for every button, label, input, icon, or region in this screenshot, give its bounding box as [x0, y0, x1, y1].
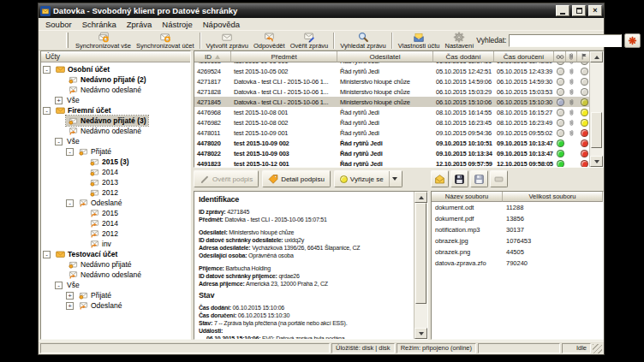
expander-icon[interactable]: - — [43, 251, 51, 258]
tree-item[interactable]: 2013 — [41, 177, 190, 187]
column-header-sender[interactable]: Odesílatel — [337, 51, 433, 62]
tree-item[interactable]: - Firemní účet — [41, 105, 190, 116]
message-status-dropdown[interactable]: Vyřizuje se — [334, 170, 402, 187]
toolbar-handle[interactable] — [66, 33, 69, 48]
search-input[interactable] — [509, 34, 622, 47]
messages-table: ID Předmět Odesílatel Čas dodání Čas dor… — [194, 50, 604, 168]
scrollbar-track[interactable] — [590, 62, 603, 156]
attachment-tool-button[interactable] — [470, 170, 488, 187]
attachment-tool-button[interactable] — [490, 170, 508, 187]
message-row[interactable]: 4491823 test 2015-10-12 001 Řád rytířů J… — [194, 158, 589, 167]
scrollbar-thumb[interactable] — [415, 203, 426, 304]
column-header-flag[interactable] — [577, 51, 589, 62]
toolbar-button[interactable]: Vyhledat zprávu — [337, 31, 389, 50]
tree-item[interactable]: Nedávno odeslané — [41, 126, 190, 136]
scrollbar-track[interactable] — [414, 203, 427, 328]
expander-icon[interactable]: + — [66, 292, 74, 300]
tree-item[interactable]: - Vše — [41, 280, 190, 290]
expander-icon[interactable]: - — [55, 282, 63, 289]
verify-signature-button[interactable]: Ověřit podpis — [194, 170, 259, 187]
menu-item[interactable]: Nástroje — [157, 19, 197, 30]
scroll-up-button[interactable] — [414, 192, 427, 203]
expander-icon[interactable]: - — [43, 66, 51, 74]
toolbar-button[interactable]: Synchronizovat účet — [134, 31, 197, 50]
message-row[interactable]: 4271828 Datovka - test CLI - 2015-10-06 … — [194, 86, 589, 97]
tree-item[interactable]: 2012 — [41, 228, 190, 239]
message-row[interactable]: 4478020 test 2015-10-09 002 Řád rytířů J… — [194, 138, 589, 148]
menu-item[interactable]: Nápověda — [198, 19, 245, 30]
tree-item[interactable]: - Přijaté — [41, 146, 190, 157]
tree-item[interactable]: Nedávno přijaté (2) — [41, 74, 190, 85]
toolbar-button[interactable]: Vlastnosti účtu — [396, 31, 443, 50]
column-header-attachment[interactable] — [566, 51, 577, 62]
tree-item[interactable]: + Přijaté — [41, 290, 190, 300]
expander-icon[interactable]: + — [55, 97, 63, 104]
message-row[interactable]: 4269524 test 2015-10-05 002 Řád rytířů J… — [194, 66, 589, 76]
tree-item[interactable]: Nedávno přijaté — [41, 259, 190, 270]
scroll-down-button[interactable] — [414, 328, 427, 339]
message-row[interactable]: 4271845 Datovka - test CLI - 2015-10-06 … — [194, 97, 589, 107]
message-row[interactable]: 4476968 test 2015-10-08 001 Řád rytířů J… — [194, 107, 589, 117]
attachment-row[interactable]: datova-zprava.zfo 790240 — [432, 258, 603, 269]
minimize-button[interactable] — [556, 5, 569, 16]
attachment-row[interactable]: dokument.odt 11288 — [432, 202, 603, 213]
column-header-id[interactable]: ID — [194, 51, 231, 62]
expander-icon[interactable]: - — [66, 199, 74, 207]
column-header-file-size[interactable]: Velikost souboru — [503, 192, 603, 202]
tree-item[interactable]: + Vše — [41, 95, 190, 105]
messages-scrollbar[interactable] — [589, 51, 603, 167]
attachment-tool-button[interactable] — [431, 170, 449, 187]
message-row[interactable]: 4476982 test 2015-10-08 002 Řád rytířů J… — [194, 117, 589, 128]
resize-grip[interactable] — [593, 344, 602, 353]
tree-item[interactable]: 2014 — [41, 167, 190, 177]
toolbar-button[interactable]: Vytvořit zprávu — [204, 31, 251, 50]
scrollbar-thumb[interactable] — [591, 112, 602, 148]
expander-icon[interactable]: - — [43, 107, 51, 115]
attachment-tool-button[interactable] — [450, 170, 468, 187]
attachment-row[interactable]: obrazek.jpg 1076453 — [432, 235, 603, 246]
message-row[interactable]: 4478022 test 2015-10-09 003 Řád rytířů J… — [194, 148, 589, 158]
column-header-acceptance-time[interactable]: Čas doručení — [494, 51, 554, 62]
close-button[interactable]: × — [588, 5, 602, 16]
tree-item[interactable]: 2015 (3) — [41, 157, 190, 167]
signature-detail-button[interactable]: Detail podpisu — [262, 170, 331, 187]
tree-item[interactable]: Nedávno přijaté (3) — [41, 116, 190, 126]
tree-item[interactable]: - Odeslané — [41, 198, 190, 208]
tree-item[interactable]: 2015 — [41, 208, 190, 218]
column-header-delivery-time[interactable]: Čas dodání — [433, 51, 494, 62]
menu-item[interactable]: Soubor — [40, 19, 77, 30]
column-header-subject[interactable]: Předmět — [231, 51, 337, 62]
message-row[interactable]: 4271817 Datovka - test CLI - 2015-10-06 … — [194, 76, 589, 86]
menu-item[interactable]: Schránka — [77, 19, 122, 30]
attachment-row[interactable]: dokument.pdf 13856 — [432, 213, 603, 224]
chevron-down-icon[interactable] — [389, 171, 401, 187]
scroll-down-button[interactable] — [590, 156, 603, 167]
clear-search-button[interactable] — [624, 33, 641, 48]
toolbar-separator — [200, 33, 201, 49]
tree-item[interactable]: inv — [41, 239, 190, 249]
tree-item[interactable]: Nedávno odeslané — [41, 85, 190, 95]
message-row[interactable]: 4478011 test 2015-10-09 001 Řád rytířů J… — [194, 128, 589, 138]
expander-icon[interactable]: - — [66, 148, 74, 156]
attachment-row[interactable]: notification.mp3 30137 — [432, 224, 603, 235]
scroll-up-button[interactable] — [590, 51, 603, 62]
tree-item[interactable]: - Testovací účet — [41, 249, 190, 259]
tree-item[interactable]: 2012 — [41, 187, 190, 198]
tree-item[interactable]: Nedávno odeslané — [41, 270, 190, 280]
toolbar-button[interactable]: Ověřit zprávu — [288, 31, 331, 50]
column-header-file-name[interactable]: Název souboru — [432, 192, 503, 202]
expander-icon[interactable]: - — [55, 138, 63, 145]
tree-item[interactable]: - Vše — [41, 136, 190, 146]
expander-icon[interactable]: + — [66, 302, 74, 310]
column-header-read-status[interactable] — [554, 51, 566, 62]
toolbar-button[interactable]: Synchronizovat vše — [73, 31, 134, 50]
detail-scrollbar[interactable] — [414, 192, 427, 339]
toolbar-button[interactable]: Odpovědět — [251, 31, 288, 50]
tree-item[interactable]: 2014 — [41, 218, 190, 228]
tree-item[interactable]: - Osobní účet — [41, 64, 190, 74]
attachment-row[interactable]: obrazek.png 44505 — [432, 246, 603, 258]
toolbar-button[interactable]: Nastavení — [443, 31, 477, 50]
tree-item[interactable]: + Odeslané — [41, 300, 190, 311]
menu-item[interactable]: Zpráva — [122, 19, 158, 30]
maximize-button[interactable] — [572, 5, 586, 16]
